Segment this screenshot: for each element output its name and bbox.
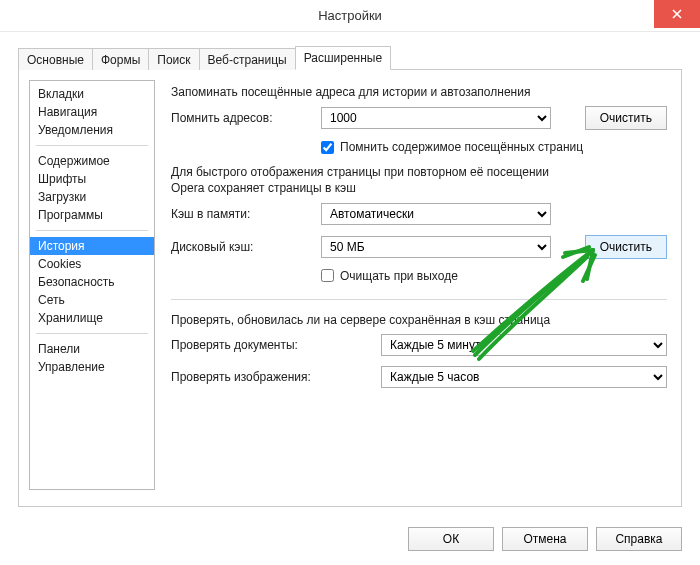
cancel-button[interactable]: Отмена xyxy=(502,527,588,551)
remember-header: Запоминать посещённые адреса для истории… xyxy=(171,84,667,100)
disk-cache-label: Дисковый кэш: xyxy=(171,240,321,254)
sidebar-item[interactable]: Содержимое xyxy=(30,152,154,170)
close-button[interactable] xyxy=(654,0,700,28)
check-imgs-select[interactable]: Каждые 5 часов xyxy=(381,366,667,388)
tab-2[interactable]: Поиск xyxy=(148,48,199,70)
tab-panel: ВкладкиНавигацияУведомленияСодержимоеШри… xyxy=(18,70,682,507)
sidebar-item[interactable]: Хранилище xyxy=(30,309,154,327)
sidebar-item[interactable]: Уведомления xyxy=(30,121,154,139)
clear-on-exit-checkbox[interactable] xyxy=(321,269,334,282)
tabs-strip: ОсновныеФормыПоискВеб-страницыРасширенны… xyxy=(18,46,682,70)
check-imgs-label: Проверять изображения: xyxy=(171,370,381,384)
divider xyxy=(171,299,667,300)
disk-cache-select[interactable]: 50 МБ xyxy=(321,236,551,258)
sidebar-item[interactable]: Панели xyxy=(30,340,154,358)
sidebar-item[interactable]: Шрифты xyxy=(30,170,154,188)
sidebar-item[interactable]: История xyxy=(30,237,154,255)
window-title: Настройки xyxy=(318,8,382,23)
memory-cache-label: Кэш в памяти: xyxy=(171,207,321,221)
settings-area: Запоминать посещённые адреса для истории… xyxy=(155,80,671,490)
remember-addresses-label: Помнить адресов: xyxy=(171,111,321,125)
clear-cache-button[interactable]: Очистить xyxy=(585,235,667,259)
ok-button[interactable]: ОК xyxy=(408,527,494,551)
sidebar-item[interactable]: Безопасность xyxy=(30,273,154,291)
sidebar-separator xyxy=(36,333,148,334)
help-button[interactable]: Справка xyxy=(596,527,682,551)
check-header: Проверять, обновилась ли на сервере сохр… xyxy=(171,312,667,328)
sidebar-item[interactable]: Загрузки xyxy=(30,188,154,206)
sidebar: ВкладкиНавигацияУведомленияСодержимоеШри… xyxy=(29,80,155,490)
dialog-footer: ОК Отмена Справка xyxy=(0,519,700,563)
remember-addresses-select[interactable]: 1000 xyxy=(321,107,551,129)
tab-1[interactable]: Формы xyxy=(92,48,149,70)
remember-content-label[interactable]: Помнить содержимое посещённых страниц xyxy=(340,140,583,154)
sidebar-item[interactable]: Программы xyxy=(30,206,154,224)
clear-on-exit-label[interactable]: Очищать при выходе xyxy=(340,269,458,283)
remember-content-checkbox[interactable] xyxy=(321,141,334,154)
tab-3[interactable]: Веб-страницы xyxy=(199,48,296,70)
sidebar-separator xyxy=(36,230,148,231)
sidebar-item[interactable]: Управление xyxy=(30,358,154,376)
check-docs-label: Проверять документы: xyxy=(171,338,381,352)
memory-cache-select[interactable]: Автоматически xyxy=(321,203,551,225)
sidebar-item[interactable]: Cookies xyxy=(30,255,154,273)
cache-description: Для быстрого отображения страницы при по… xyxy=(171,164,551,196)
titlebar: Настройки xyxy=(0,0,700,32)
tab-4[interactable]: Расширенные xyxy=(295,46,392,70)
sidebar-item[interactable]: Сеть xyxy=(30,291,154,309)
sidebar-separator xyxy=(36,145,148,146)
check-docs-select[interactable]: Каждые 5 минут xyxy=(381,334,667,356)
clear-history-button[interactable]: Очистить xyxy=(585,106,667,130)
sidebar-item[interactable]: Вкладки xyxy=(30,85,154,103)
close-icon xyxy=(672,9,682,19)
sidebar-item[interactable]: Навигация xyxy=(30,103,154,121)
tab-0[interactable]: Основные xyxy=(18,48,93,70)
